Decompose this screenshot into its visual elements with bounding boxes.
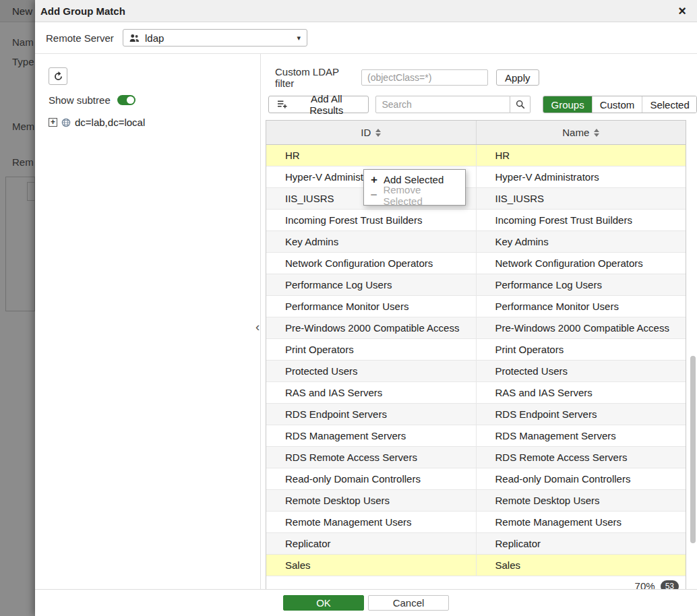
cell-id[interactable]: Read-only Domain Controllers — [266, 468, 476, 489]
cell-id[interactable]: RDS Remote Access Servers — [266, 447, 476, 468]
cell-name[interactable]: Protected Users — [476, 361, 686, 381]
globe-icon — [61, 118, 71, 127]
cell-name[interactable]: Performance Monitor Users — [476, 296, 686, 317]
cell-id[interactable]: Replicator — [266, 533, 476, 554]
refresh-button[interactable] — [49, 67, 67, 85]
table-row[interactable]: Key Admins Key Admins — [266, 231, 686, 253]
column-header-id[interactable]: ID — [266, 121, 476, 144]
close-icon[interactable]: × — [678, 4, 686, 18]
cell-id[interactable]: Sales — [266, 555, 476, 576]
menu-item-remove-selected-label: Remove Selected — [383, 184, 459, 207]
table-row[interactable]: Replicator Replicator — [266, 533, 686, 555]
cell-id[interactable]: RDS Management Servers — [266, 425, 476, 446]
table-row[interactable]: Remote Management Users Remote Managemen… — [266, 512, 686, 533]
tree-node-root[interactable]: + dc=lab,dc=local — [49, 117, 260, 128]
table-row[interactable]: Remote Desktop Users Remote Desktop User… — [266, 490, 686, 512]
expand-node-icon[interactable]: + — [49, 118, 57, 127]
cell-id[interactable]: HR — [266, 145, 476, 166]
group-match-table: ID Name HR HR Hyper-V Administrators Hyp… — [266, 120, 686, 589]
table-row[interactable]: Pre-Windows 2000 Compatible Access Pre-W… — [266, 317, 686, 339]
tab-groups[interactable]: Groups — [543, 96, 591, 113]
column-header-name[interactable]: Name — [476, 121, 686, 144]
table-row[interactable]: Hyper-V Administrators Hyper-V Administr… — [266, 166, 686, 188]
cell-name[interactable]: Incoming Forest Trust Builders — [476, 210, 686, 230]
table-row[interactable]: IIS_IUSRS IIS_IUSRS — [266, 188, 686, 210]
cell-name[interactable]: Remote Desktop Users — [476, 490, 686, 511]
table-row[interactable]: Sales Sales — [266, 555, 686, 576]
dialog-header: Add Group Match × — [35, 0, 697, 22]
cell-name[interactable]: RDS Remote Access Servers — [476, 447, 686, 468]
table-row[interactable]: Print Operators Print Operators — [266, 339, 686, 361]
cell-id[interactable]: Performance Monitor Users — [266, 296, 476, 317]
context-menu: + Add Selected − Remove Selected — [363, 169, 466, 206]
table-row[interactable]: RDS Management Servers RDS Management Se… — [266, 425, 686, 447]
cell-id[interactable]: Performance Log Users — [266, 274, 476, 295]
cell-id[interactable]: Key Admins — [266, 231, 476, 252]
results-tab-group: Groups Custom Selected — [543, 96, 697, 113]
table-row[interactable]: Protected Users Protected Users — [266, 361, 686, 382]
cell-name[interactable]: Remote Management Users — [476, 512, 686, 532]
remote-server-dropdown[interactable]: ldap ▾ — [123, 29, 307, 47]
cell-id[interactable]: Network Configuration Operators — [266, 253, 476, 274]
cell-id[interactable]: Protected Users — [266, 361, 476, 381]
cell-name[interactable]: Print Operators — [476, 339, 686, 360]
ldap-filter-input[interactable] — [361, 69, 488, 86]
search-button[interactable] — [510, 96, 531, 113]
custom-ldap-filter-label: Custom LDAP filter — [275, 66, 353, 89]
table-row[interactable]: Read-only Domain Controllers Read-only D… — [266, 468, 686, 490]
tab-selected[interactable]: Selected — [642, 96, 696, 113]
dialog-content: Show subtree + dc=lab,dc=local ‹ Custom … — [35, 54, 697, 589]
cancel-button[interactable]: Cancel — [368, 595, 449, 611]
cell-name[interactable]: Performance Log Users — [476, 274, 686, 295]
cell-name[interactable]: Sales — [476, 555, 686, 576]
cell-name[interactable]: Read-only Domain Controllers — [476, 468, 686, 489]
show-subtree-toggle[interactable] — [117, 95, 135, 105]
tab-custom[interactable]: Custom — [592, 96, 642, 113]
table-row[interactable]: Performance Monitor Users Performance Mo… — [266, 296, 686, 317]
search-box — [375, 96, 531, 113]
add-all-results-icon — [277, 100, 288, 109]
cell-id[interactable]: RDS Endpoint Servers — [266, 404, 476, 425]
remote-server-label: Remote Server — [46, 32, 123, 44]
cell-id[interactable]: Remote Desktop Users — [266, 490, 476, 511]
cell-name[interactable]: Replicator — [476, 533, 686, 554]
remote-server-value: ldap — [145, 32, 164, 44]
cell-id[interactable]: RAS and IAS Servers — [266, 382, 476, 403]
table-row[interactable]: Network Configuration Operators Network … — [266, 253, 686, 274]
add-all-results-label: Add All Results — [293, 93, 360, 116]
table-row[interactable]: RDS Remote Access Servers RDS Remote Acc… — [266, 447, 686, 468]
cell-name[interactable]: IIS_IUSRS — [476, 188, 686, 209]
ldap-server-icon — [129, 34, 140, 42]
cell-name[interactable]: Pre-Windows 2000 Compatible Access — [476, 317, 686, 338]
column-header-name-label: Name — [562, 127, 589, 138]
results-panel: Custom LDAP filter Apply Add All Results — [261, 54, 697, 589]
results-toolbar: Add All Results Groups Custom Selected — [268, 96, 697, 113]
cell-name[interactable]: RDS Management Servers — [476, 425, 686, 446]
sort-icon — [375, 129, 381, 137]
table-footer: 70% 53 — [266, 576, 686, 589]
scrollbar-thumb[interactable] — [690, 356, 696, 543]
cell-name[interactable]: Key Admins — [476, 231, 686, 252]
cell-name[interactable]: HR — [476, 145, 686, 166]
cell-name[interactable]: Hyper-V Administrators — [476, 166, 686, 187]
show-subtree-label: Show subtree — [49, 94, 111, 106]
ok-button[interactable]: OK — [283, 595, 364, 611]
search-input[interactable] — [375, 96, 510, 113]
collapse-panel-handle[interactable]: ‹ — [255, 319, 260, 334]
remote-server-row: Remote Server ldap ▾ — [35, 22, 697, 54]
cell-id[interactable]: Print Operators — [266, 339, 476, 360]
table-row[interactable]: Incoming Forest Trust Builders Incoming … — [266, 210, 686, 231]
table-row[interactable]: Performance Log Users Performance Log Us… — [266, 274, 686, 296]
cell-id[interactable]: Pre-Windows 2000 Compatible Access — [266, 317, 476, 338]
cell-name[interactable]: RAS and IAS Servers — [476, 382, 686, 403]
table-row[interactable]: RAS and IAS Servers RAS and IAS Servers — [266, 382, 686, 404]
ldap-tree-panel: Show subtree + dc=lab,dc=local ‹ — [35, 54, 261, 589]
add-all-results-button[interactable]: Add All Results — [268, 96, 369, 113]
cell-id[interactable]: Remote Management Users — [266, 512, 476, 532]
table-row[interactable]: HR HR — [266, 145, 686, 166]
cell-id[interactable]: Incoming Forest Trust Builders — [266, 210, 476, 230]
cell-name[interactable]: RDS Endpoint Servers — [476, 404, 686, 425]
apply-button[interactable]: Apply — [496, 69, 539, 86]
cell-name[interactable]: Network Configuration Operators — [476, 253, 686, 274]
table-row[interactable]: RDS Endpoint Servers RDS Endpoint Server… — [266, 404, 686, 425]
